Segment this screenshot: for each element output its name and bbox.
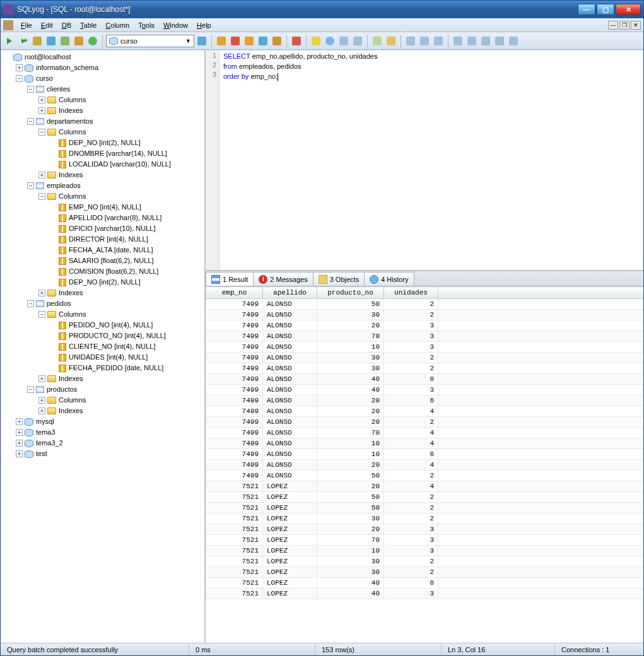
menu-edit[interactable]: Edit [37, 20, 57, 30]
cell-apellido[interactable]: ALONSO [263, 299, 317, 310]
close-button[interactable]: ✕ [616, 4, 641, 15]
table-row[interactable]: 7499ALONSO204 [206, 406, 644, 417]
cell-emp-no[interactable]: 7499 [206, 353, 263, 363]
cell-apellido[interactable]: LOPEZ [263, 535, 317, 546]
tb-btn-g2d[interactable] [257, 35, 269, 47]
table-row[interactable]: 7521LOPEZ204 [206, 481, 644, 492]
tb-btn-g5b[interactable] [385, 35, 397, 47]
collapse-icon[interactable]: − [38, 129, 45, 136]
cell-apellido[interactable]: LOPEZ [263, 492, 317, 503]
cell-emp-no[interactable]: 7499 [206, 428, 263, 438]
tree-column[interactable]: FECHA_PEDIDO [date, NULL] [50, 363, 203, 373]
cell-emp-no[interactable]: 7521 [206, 535, 263, 546]
cell-producto-no[interactable]: 20 [317, 481, 384, 492]
cell-apellido[interactable]: ALONSO [263, 460, 317, 471]
cell-producto-no[interactable]: 20 [317, 320, 384, 331]
expand-icon[interactable]: + [16, 450, 23, 457]
table-row[interactable]: 7521LOPEZ103 [206, 546, 644, 556]
collapse-icon[interactable]: − [27, 86, 34, 93]
tree-column[interactable]: COMISION [float(6,2), NULL] [50, 266, 203, 277]
cell-emp-no[interactable]: 7499 [206, 363, 263, 374]
cell-unidades[interactable]: 4 [384, 428, 438, 438]
object-browser[interactable]: root@localhost +information_schema −curs… [1, 50, 206, 643]
table-row[interactable]: 7499ALONSO302 [206, 310, 644, 320]
cell-emp-no[interactable]: 7499 [206, 299, 263, 310]
tb-btn-g6c[interactable] [432, 35, 445, 47]
table-row[interactable]: 7499ALONSO403 [206, 385, 644, 395]
tb-btn-g4b[interactable] [351, 35, 364, 47]
table-row[interactable]: 7521LOPEZ502 [206, 503, 644, 513]
cell-emp-no[interactable]: 7499 [206, 310, 263, 320]
cell-producto-no[interactable]: 10 [317, 438, 384, 449]
tb-btn-after-combo[interactable] [196, 35, 208, 47]
tree-folder-indexes[interactable]: +Indexes [38, 406, 203, 416]
cell-producto-no[interactable]: 50 [317, 492, 384, 503]
table-row[interactable]: 7499ALONSO206 [206, 395, 644, 406]
tb-btn-4[interactable] [45, 35, 57, 47]
cell-apellido[interactable]: ALONSO [263, 342, 317, 353]
menu-db[interactable]: DB [58, 20, 75, 30]
cell-producto-no[interactable]: 70 [317, 535, 384, 546]
tree-column[interactable]: FECHA_ALTA [date, NULL] [50, 245, 203, 255]
expand-icon[interactable]: + [16, 418, 23, 425]
expand-icon[interactable]: + [38, 107, 45, 114]
cell-producto-no[interactable]: 40 [317, 589, 384, 599]
tree-table-pedidos[interactable]: −pedidos [27, 298, 203, 309]
tree-folder-columns[interactable]: −Columns [38, 127, 203, 138]
expand-icon[interactable]: + [38, 397, 45, 404]
tb-btn-g2a[interactable] [215, 35, 228, 47]
cell-producto-no[interactable]: 10 [317, 342, 384, 353]
cell-producto-no[interactable]: 20 [317, 460, 384, 471]
cell-producto-no[interactable]: 30 [317, 556, 384, 567]
table-row[interactable]: 7499ALONSO408 [206, 374, 644, 385]
cell-emp-no[interactable]: 7499 [206, 449, 263, 460]
menu-help[interactable]: Help [193, 20, 215, 30]
tree-folder-columns[interactable]: −Columns [38, 191, 203, 202]
cell-apellido[interactable]: LOPEZ [263, 513, 317, 524]
cell-unidades[interactable]: 2 [384, 299, 438, 310]
menu-tools[interactable]: Tools [134, 20, 158, 30]
cell-unidades[interactable]: 4 [384, 438, 438, 449]
tab-history[interactable]: 4 History [364, 272, 414, 286]
refresh-button[interactable] [86, 35, 99, 47]
table-row[interactable]: 7499ALONSO106 [206, 449, 644, 460]
tree-db-tema3[interactable]: +tema3 [16, 427, 203, 438]
table-row[interactable]: 7521LOPEZ408 [206, 578, 644, 589]
tb-btn-g7d[interactable] [493, 35, 506, 47]
collapse-icon[interactable]: − [27, 118, 34, 125]
expand-icon[interactable]: + [38, 375, 45, 382]
cell-producto-no[interactable]: 40 [317, 385, 384, 395]
table-row[interactable]: 7499ALONSO302 [206, 353, 644, 363]
cell-producto-no[interactable]: 50 [317, 503, 384, 513]
cell-unidades[interactable]: 2 [384, 492, 438, 503]
tb-btn-zoom[interactable] [324, 35, 336, 47]
col-producto-no[interactable]: producto_no [317, 287, 384, 299]
cell-unidades[interactable]: 4 [384, 406, 438, 417]
cell-unidades[interactable]: 6 [384, 395, 438, 406]
cell-producto-no[interactable]: 20 [317, 524, 384, 535]
cell-unidades[interactable]: 2 [384, 310, 438, 320]
cell-apellido[interactable]: LOPEZ [263, 524, 317, 535]
tree-column[interactable]: PEDIDO_NO [int(4), NULL] [50, 320, 203, 331]
expand-icon[interactable]: + [38, 407, 45, 414]
table-row[interactable]: 7499ALONSO203 [206, 320, 644, 331]
expand-icon[interactable]: + [38, 172, 45, 179]
collapse-icon[interactable]: − [27, 386, 34, 393]
tab-messages[interactable]: i2 Messages [253, 272, 313, 286]
tree-db-curso[interactable]: −curso [16, 73, 203, 84]
table-row[interactable]: 7499ALONSO502 [206, 299, 644, 310]
cell-emp-no[interactable]: 7521 [206, 589, 263, 599]
tree-column[interactable]: DEP_NO [int(2), NULL] [50, 138, 203, 148]
tree-folder-columns[interactable]: +Columns [38, 395, 203, 406]
database-selector[interactable]: curso ▼ [106, 35, 194, 47]
tree-folder-indexes[interactable]: +Indexes [38, 105, 203, 116]
tree-column[interactable]: APELLIDO [varchar(8), NULL] [50, 213, 203, 223]
tree-column[interactable]: EMP_NO [int(4), NULL] [50, 202, 203, 213]
tb-btn-g2b[interactable] [229, 35, 242, 47]
mdi-minimize[interactable]: ― [608, 21, 618, 30]
cell-producto-no[interactable]: 40 [317, 578, 384, 589]
cell-producto-no[interactable]: 50 [317, 471, 384, 481]
sql-editor[interactable]: 1 2 3 SELECT emp_no,apellido, producto_n… [206, 50, 643, 271]
menu-window[interactable]: Window [160, 20, 192, 30]
tree-table-clientes[interactable]: −clientes [27, 84, 203, 95]
